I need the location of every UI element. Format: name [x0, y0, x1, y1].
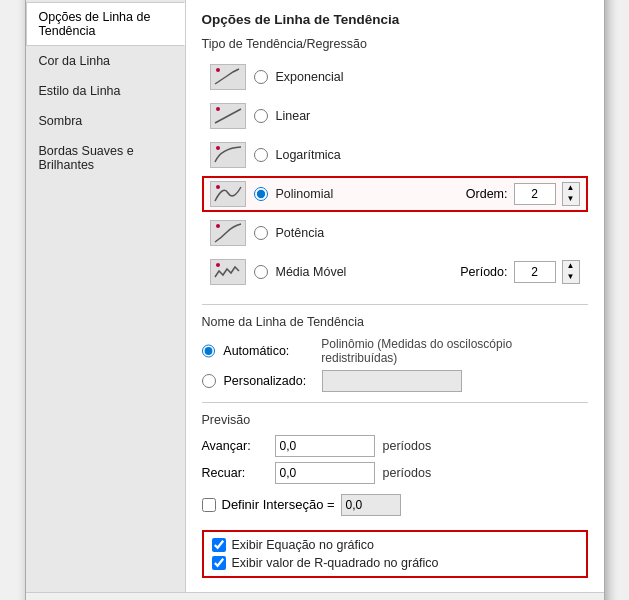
name-custom-row: Personalizado:: [202, 370, 588, 392]
svg-line-1: [215, 109, 241, 123]
checkbox-exibir-equacao[interactable]: [212, 538, 226, 552]
sidebar-item-cor[interactable]: Cor da Linha: [26, 46, 185, 76]
custom-label: Personalizado:: [224, 374, 314, 388]
intercept-row: Definir Interseção =: [202, 494, 588, 516]
trend-row-exponencial: Exponencial: [202, 59, 588, 95]
period-label: Período:: [460, 265, 507, 279]
period-spinner: ▲ ▼: [562, 260, 580, 284]
auto-value: Polinômio (Medidas do osciloscópio redis…: [321, 337, 587, 365]
period-input[interactable]: [514, 261, 556, 283]
sidebar-item-bordas[interactable]: Bordas Suaves e Brilhantes: [26, 136, 185, 180]
sidebar: Opções de Linha de Tendência Cor da Linh…: [26, 0, 186, 592]
radio-logaritmica[interactable]: [254, 148, 268, 162]
trend-label-potencia: Potência: [276, 226, 580, 240]
radio-exponencial[interactable]: [254, 70, 268, 84]
svg-point-4: [216, 185, 220, 189]
forecast-forward-row: Avançar: períodos: [202, 435, 588, 457]
order-spinner: ▲ ▼: [562, 182, 580, 206]
checkbox-row-rsquared: Exibir valor de R-quadrado no gráfico: [212, 556, 578, 570]
trend-label-exponencial: Exponencial: [276, 70, 580, 84]
trend-row-polinomial: Polinomial Ordem: ▲ ▼: [202, 176, 588, 212]
trend-row-potencia: Potência: [202, 215, 588, 251]
trend-label-logaritmica: Logarítmica: [276, 148, 580, 162]
forecast-section: Previsão Avançar: períodos Recuar: perío…: [202, 413, 588, 484]
format-trendline-dialog: Formatar Linha de Tendência ? × Opções d…: [25, 0, 605, 600]
media-movel-icon: [210, 259, 246, 285]
dialog-footer: Fechar: [26, 592, 604, 601]
auto-label: Automático:: [223, 344, 313, 358]
checkbox-row-equacao: Exibir Equação no gráfico: [212, 538, 578, 552]
custom-name-input[interactable]: [322, 370, 462, 392]
backward-unit: períodos: [383, 466, 432, 480]
svg-point-5: [216, 224, 220, 228]
checkbox-label-equacao: Exibir Equação no gráfico: [232, 538, 374, 552]
section-title: Opções de Linha de Tendência: [202, 12, 588, 27]
period-spinner-down[interactable]: ▼: [563, 272, 579, 283]
svg-point-0: [216, 68, 220, 72]
radio-linear[interactable]: [254, 109, 268, 123]
polinomial-icon: [210, 181, 246, 207]
trend-row-linear: Linear: [202, 98, 588, 134]
order-input[interactable]: [514, 183, 556, 205]
order-label: Ordem:: [466, 187, 508, 201]
forward-input[interactable]: [275, 435, 375, 457]
intercept-checkbox[interactable]: [202, 498, 216, 512]
logaritmica-icon: [210, 142, 246, 168]
dialog-body: Opções de Linha de Tendência Cor da Linh…: [26, 0, 604, 592]
period-spinner-up[interactable]: ▲: [563, 261, 579, 272]
linear-icon: [210, 103, 246, 129]
radio-name-auto[interactable]: [202, 344, 216, 358]
forward-unit: períodos: [383, 439, 432, 453]
checkbox-exibir-rsquared[interactable]: [212, 556, 226, 570]
trend-label-linear: Linear: [276, 109, 580, 123]
radio-name-custom[interactable]: [202, 374, 216, 388]
trend-row-logaritmica: Logarítmica: [202, 137, 588, 173]
sidebar-item-opcoes[interactable]: Opções de Linha de Tendência: [26, 2, 185, 46]
svg-point-3: [216, 146, 220, 150]
order-spinner-down[interactable]: ▼: [563, 194, 579, 205]
checkbox-label-rsquared: Exibir valor de R-quadrado no gráfico: [232, 556, 439, 570]
intercept-label: Definir Interseção =: [222, 497, 335, 512]
backward-label: Recuar:: [202, 466, 267, 480]
name-section-label: Nome da Linha de Tendência: [202, 315, 588, 329]
sidebar-item-estilo[interactable]: Estilo da Linha: [26, 76, 185, 106]
trend-label-media-movel: Média Móvel: [276, 265, 453, 279]
intercept-input[interactable]: [341, 494, 401, 516]
svg-point-6: [216, 263, 220, 267]
trend-row-media-movel: Média Móvel Período: ▲ ▼: [202, 254, 588, 290]
checkbox-section: Exibir Equação no gráfico Exibir valor d…: [202, 530, 588, 578]
forecast-label: Previsão: [202, 413, 588, 427]
type-section-label: Tipo de Tendência/Regressão: [202, 37, 588, 51]
backward-input[interactable]: [275, 462, 375, 484]
exponencial-icon: [210, 64, 246, 90]
forward-label: Avançar:: [202, 439, 267, 453]
name-auto-row: Automático: Polinômio (Medidas do oscilo…: [202, 337, 588, 365]
trend-label-polinomial: Polinomial: [276, 187, 458, 201]
forecast-backward-row: Recuar: períodos: [202, 462, 588, 484]
main-content: Opções de Linha de Tendência Tipo de Ten…: [186, 0, 604, 592]
divider-2: [202, 402, 588, 403]
radio-potencia[interactable]: [254, 226, 268, 240]
name-section: Nome da Linha de Tendência Automático: P…: [202, 315, 588, 392]
svg-point-2: [216, 107, 220, 111]
sidebar-item-sombra[interactable]: Sombra: [26, 106, 185, 136]
trend-extra-polinomial: Ordem: ▲ ▼: [466, 182, 580, 206]
trend-options: Exponencial Linear Logarítmica: [202, 59, 588, 290]
radio-media-movel[interactable]: [254, 265, 268, 279]
trend-extra-media-movel: Período: ▲ ▼: [460, 260, 579, 284]
order-spinner-up[interactable]: ▲: [563, 183, 579, 194]
divider-1: [202, 304, 588, 305]
potencia-icon: [210, 220, 246, 246]
radio-polinomial[interactable]: [254, 187, 268, 201]
